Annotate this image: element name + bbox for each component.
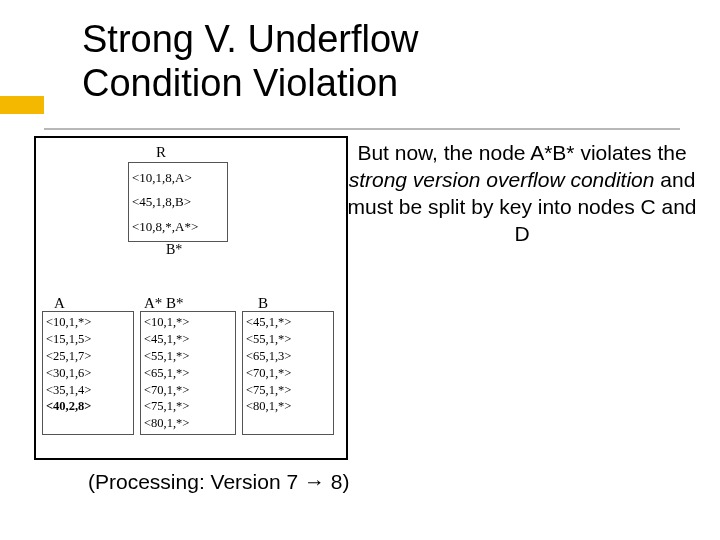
title-line-2: Condition Violation xyxy=(82,62,398,104)
leaf-box-a: <10,1,*> <15,1,5> <25,1,7> <30,1,6> <35,… xyxy=(42,311,134,435)
horizontal-rule xyxy=(44,128,680,130)
leaf-entry: <70,1,*> xyxy=(246,365,330,382)
leaf-entry: <65,1,3> xyxy=(246,348,330,365)
leaf-entry: <30,1,6> xyxy=(46,365,130,382)
leaf-entry: <80,1,*> xyxy=(246,398,330,415)
body-pre: But now, the node A*B* violates the xyxy=(357,141,686,164)
leaf-box-b: <45,1,*> <55,1,*> <65,1,3> <70,1,*> <75,… xyxy=(242,311,334,435)
leaf-entry: <10,1,*> xyxy=(144,314,232,331)
leaf-entry: <65,1,*> xyxy=(144,365,232,382)
leaf-entry: <80,1,*> xyxy=(144,415,232,432)
leaf-entry: <75,1,*> xyxy=(144,398,232,415)
arrow-icon: → xyxy=(298,470,331,493)
btree-diagram: R <10,1,8,A> <45,1,8,B> <10,8,*,A*> B* A… xyxy=(34,136,348,460)
root-node-box: <10,1,8,A> <45,1,8,B> <10,8,*,A*> xyxy=(128,162,228,242)
leaf-entry: <55,1,*> xyxy=(144,348,232,365)
leaf-entry: <75,1,*> xyxy=(246,382,330,399)
root-entry: <10,8,*,A*> xyxy=(132,218,224,236)
leaf-entry: <45,1,*> xyxy=(144,331,232,348)
slide-title: Strong V. Underflow Condition Violation xyxy=(82,18,602,105)
leaf-entry: <25,1,7> xyxy=(46,348,130,365)
leaf-entry: <45,1,*> xyxy=(246,314,330,331)
leaf-entry: <15,1,5> xyxy=(46,331,130,348)
leaf-entry: <40,2,8> xyxy=(46,398,130,415)
leaf-entry: <35,1,4> xyxy=(46,382,130,399)
root-entry: <45,1,8,B> xyxy=(132,193,224,211)
root-entry: <10,1,8,A> xyxy=(132,169,224,187)
caption-pre: (Processing: Version 7 xyxy=(88,470,298,493)
slide: Strong V. Underflow Condition Violation … xyxy=(0,0,720,540)
leaf-entry: <55,1,*> xyxy=(246,331,330,348)
leaf-row: <10,1,*> <15,1,5> <25,1,7> <30,1,6> <35,… xyxy=(42,311,340,435)
leaf-box-astar-bstar: <10,1,*> <45,1,*> <55,1,*> <65,1,*> <70,… xyxy=(140,311,236,435)
caption-post: 8) xyxy=(331,470,350,493)
accent-bar xyxy=(0,96,44,114)
leaf-entry: <70,1,*> xyxy=(144,382,232,399)
body-paragraph: But now, the node A*B* violates the stro… xyxy=(342,140,702,248)
leaf-entry: <10,1,*> xyxy=(46,314,130,331)
body-italic: strong version overflow condition xyxy=(349,168,655,191)
processing-caption: (Processing: Version 7 → 8) xyxy=(88,470,349,494)
bstar-label: B* xyxy=(166,241,182,260)
title-line-1: Strong V. Underflow xyxy=(82,18,419,60)
root-label: R xyxy=(156,142,166,162)
